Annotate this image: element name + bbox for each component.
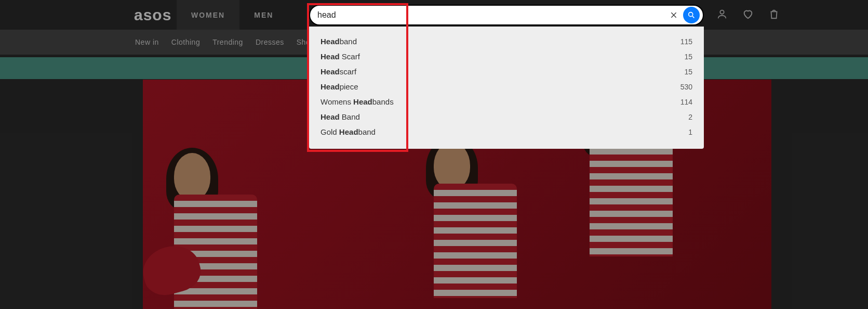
- suggestion-text: Womens Headbands: [321, 97, 394, 106]
- search-button[interactable]: [683, 7, 700, 23]
- suggestion-count: 530: [680, 83, 692, 91]
- suggestion-item[interactable]: Womens Headbands114: [309, 94, 704, 109]
- svg-point-1: [689, 12, 693, 17]
- suggestion-count: 1: [688, 128, 692, 136]
- clear-icon[interactable]: [667, 9, 680, 21]
- search-input[interactable]: [317, 10, 667, 20]
- suggestion-item[interactable]: Head Band2: [309, 109, 704, 124]
- suggestion-item[interactable]: Headband115: [309, 34, 704, 49]
- suggestion-item[interactable]: Headscarf15: [309, 64, 704, 79]
- suggestion-text: Headscarf: [321, 67, 356, 76]
- suggestion-text: Headpiece: [321, 82, 358, 91]
- suggestion-text: Head Band: [321, 112, 360, 121]
- search-suggestions: Headband115Head Scarf15Headscarf15Headpi…: [309, 27, 704, 149]
- suggestion-count: 15: [684, 53, 692, 61]
- suggestion-item[interactable]: Headpiece530: [309, 79, 704, 94]
- suggestion-text: Headband: [321, 37, 357, 46]
- suggestion-item[interactable]: Gold Headband1: [309, 124, 704, 139]
- suggestion-count: 2: [688, 113, 692, 121]
- suggestion-count: 15: [684, 68, 692, 76]
- search-bar: [309, 5, 704, 25]
- suggestion-item[interactable]: Head Scarf15: [309, 49, 704, 64]
- suggestion-text: Gold Headband: [321, 127, 376, 136]
- search-container: Headband115Head Scarf15Headscarf15Headpi…: [309, 5, 704, 149]
- suggestion-count: 114: [680, 98, 692, 106]
- suggestion-count: 115: [680, 37, 692, 46]
- suggestion-text: Head Scarf: [321, 52, 360, 61]
